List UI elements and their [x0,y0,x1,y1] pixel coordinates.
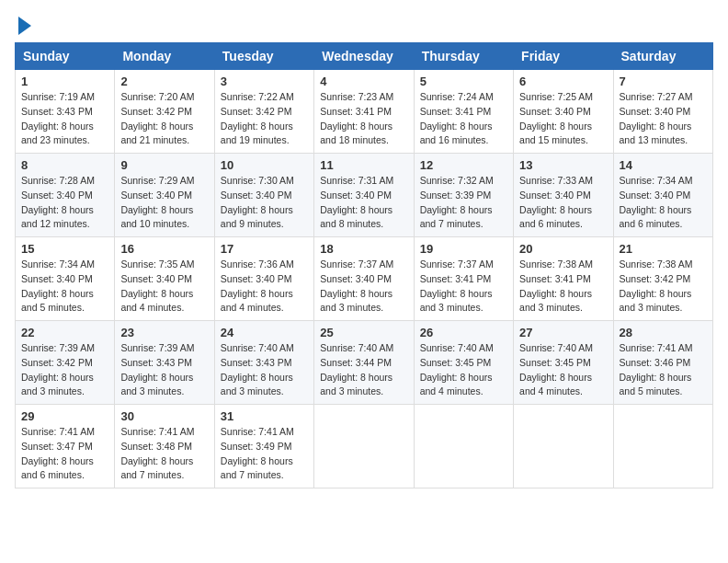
calendar-empty-cell [514,405,613,488]
calendar-table: SundayMondayTuesdayWednesdayThursdayFrid… [15,42,713,488]
calendar-empty-cell [314,405,414,488]
calendar-week-1: 1Sunrise: 7:19 AMSunset: 3:43 PMDaylight… [16,70,713,154]
logo [15,15,31,35]
calendar-day-19: 19Sunrise: 7:37 AMSunset: 3:41 PMDayligh… [414,237,513,321]
calendar-day-21: 21Sunrise: 7:38 AMSunset: 3:42 PMDayligh… [613,237,712,321]
calendar-day-15: 15Sunrise: 7:34 AMSunset: 3:40 PMDayligh… [16,237,115,321]
calendar-day-5: 5Sunrise: 7:24 AMSunset: 3:41 PMDaylight… [414,70,513,154]
column-header-wednesday: Wednesday [314,43,414,70]
calendar-week-3: 15Sunrise: 7:34 AMSunset: 3:40 PMDayligh… [16,237,713,321]
calendar-day-1: 1Sunrise: 7:19 AMSunset: 3:43 PMDaylight… [16,70,115,154]
calendar-day-20: 20Sunrise: 7:38 AMSunset: 3:41 PMDayligh… [514,237,613,321]
calendar-day-6: 6Sunrise: 7:25 AMSunset: 3:40 PMDaylight… [514,70,613,154]
column-header-tuesday: Tuesday [214,43,313,70]
calendar-day-12: 12Sunrise: 7:32 AMSunset: 3:39 PMDayligh… [414,154,513,237]
calendar-week-2: 8Sunrise: 7:28 AMSunset: 3:40 PMDaylight… [16,154,713,237]
calendar-day-7: 7Sunrise: 7:27 AMSunset: 3:40 PMDaylight… [613,70,712,154]
calendar-day-8: 8Sunrise: 7:28 AMSunset: 3:40 PMDaylight… [16,154,115,237]
calendar-day-14: 14Sunrise: 7:34 AMSunset: 3:40 PMDayligh… [613,154,712,237]
calendar-empty-cell [613,405,712,488]
calendar-body: 1Sunrise: 7:19 AMSunset: 3:43 PMDaylight… [16,70,713,488]
calendar-day-3: 3Sunrise: 7:22 AMSunset: 3:42 PMDaylight… [214,70,313,154]
column-header-friday: Friday [514,43,613,70]
calendar-day-28: 28Sunrise: 7:41 AMSunset: 3:46 PMDayligh… [613,321,712,405]
calendar-header-row: SundayMondayTuesdayWednesdayThursdayFrid… [16,43,713,70]
calendar-day-31: 31Sunrise: 7:41 AMSunset: 3:49 PMDayligh… [214,405,313,488]
calendar-day-4: 4Sunrise: 7:23 AMSunset: 3:41 PMDaylight… [314,70,414,154]
calendar-day-17: 17Sunrise: 7:36 AMSunset: 3:40 PMDayligh… [214,237,313,321]
calendar-day-2: 2Sunrise: 7:20 AMSunset: 3:42 PMDaylight… [115,70,214,154]
calendar-day-27: 27Sunrise: 7:40 AMSunset: 3:45 PMDayligh… [514,321,613,405]
calendar-day-25: 25Sunrise: 7:40 AMSunset: 3:44 PMDayligh… [314,321,414,405]
column-header-saturday: Saturday [613,43,712,70]
calendar-day-13: 13Sunrise: 7:33 AMSunset: 3:40 PMDayligh… [514,154,613,237]
column-header-monday: Monday [115,43,214,70]
calendar-day-11: 11Sunrise: 7:31 AMSunset: 3:40 PMDayligh… [314,154,414,237]
calendar-day-23: 23Sunrise: 7:39 AMSunset: 3:43 PMDayligh… [115,321,214,405]
calendar-day-10: 10Sunrise: 7:30 AMSunset: 3:40 PMDayligh… [214,154,313,237]
calendar-day-18: 18Sunrise: 7:37 AMSunset: 3:40 PMDayligh… [314,237,414,321]
calendar-day-22: 22Sunrise: 7:39 AMSunset: 3:42 PMDayligh… [16,321,115,405]
calendar-day-16: 16Sunrise: 7:35 AMSunset: 3:40 PMDayligh… [115,237,214,321]
calendar-day-24: 24Sunrise: 7:40 AMSunset: 3:43 PMDayligh… [214,321,313,405]
calendar-day-26: 26Sunrise: 7:40 AMSunset: 3:45 PMDayligh… [414,321,513,405]
calendar-week-4: 22Sunrise: 7:39 AMSunset: 3:42 PMDayligh… [16,321,713,405]
column-header-thursday: Thursday [414,43,513,70]
column-header-sunday: Sunday [16,43,115,70]
page-header [15,15,713,35]
calendar-empty-cell [414,405,513,488]
calendar-day-9: 9Sunrise: 7:29 AMSunset: 3:40 PMDaylight… [115,154,214,237]
calendar-day-29: 29Sunrise: 7:41 AMSunset: 3:47 PMDayligh… [16,405,115,488]
logo-arrow-icon [18,17,31,35]
calendar-day-30: 30Sunrise: 7:41 AMSunset: 3:48 PMDayligh… [115,405,214,488]
calendar-week-5: 29Sunrise: 7:41 AMSunset: 3:47 PMDayligh… [16,405,713,488]
